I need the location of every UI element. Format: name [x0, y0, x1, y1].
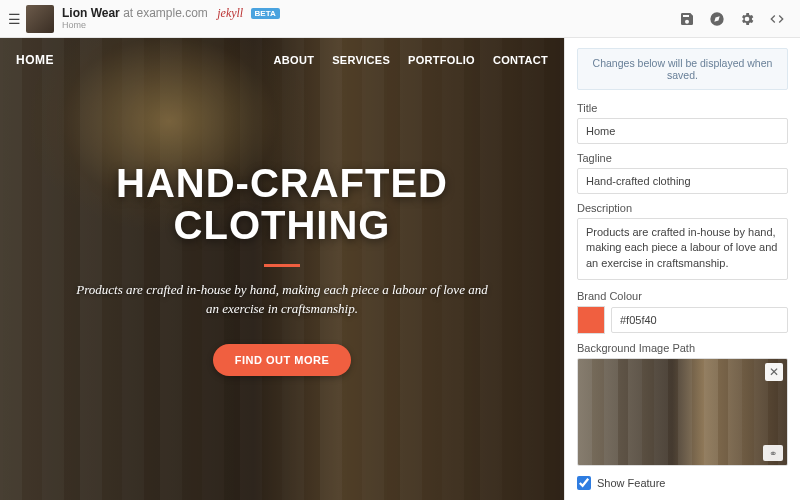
platform-label: jekyll: [217, 6, 243, 20]
compass-icon: [709, 11, 725, 27]
menu-icon[interactable]: ☰: [8, 11, 20, 27]
preview-nav: HOME ABOUT SERVICES PORTFOLIO CONTACT: [0, 38, 564, 82]
title-label: Title: [577, 102, 788, 114]
editor-panel: Changes below will be displayed when sav…: [564, 38, 800, 500]
description-input[interactable]: [577, 218, 788, 280]
description-label: Description: [577, 202, 788, 214]
code-icon: [769, 11, 785, 27]
at-label: at: [123, 6, 133, 20]
hero-divider: [264, 264, 300, 267]
show-feature-checkbox[interactable]: [577, 476, 591, 490]
bg-image-link-button[interactable]: ⚭: [763, 445, 783, 461]
code-toggle-button[interactable]: [762, 4, 792, 34]
save-icon: [679, 11, 695, 27]
explore-button[interactable]: [702, 4, 732, 34]
beta-badge: BETA: [251, 8, 280, 19]
link-icon: ⚭: [769, 448, 777, 459]
site-preview: HOME ABOUT SERVICES PORTFOLIO CONTACT HA…: [0, 38, 564, 500]
show-feature-label: Show Feature: [597, 477, 665, 489]
breadcrumb: Lion Wear at example.com jekyll BETA Hom…: [62, 7, 280, 30]
hero-tagline: Products are crafted in-house by hand, m…: [72, 281, 492, 319]
brand-colour-input[interactable]: [611, 307, 788, 333]
top-bar: ☰ Lion Wear at example.com jekyll BETA H…: [0, 0, 800, 38]
site-thumbnail: [26, 5, 54, 33]
site-domain: example.com: [137, 6, 208, 20]
hero-cta-button[interactable]: FIND OUT MORE: [213, 344, 352, 376]
nav-services[interactable]: SERVICES: [332, 54, 390, 66]
brand-colour-swatch[interactable]: [577, 306, 605, 334]
nav-home[interactable]: HOME: [16, 53, 54, 67]
save-button[interactable]: [672, 4, 702, 34]
nav-about[interactable]: ABOUT: [274, 54, 315, 66]
bg-image-label: Background Image Path: [577, 342, 788, 354]
tagline-input[interactable]: [577, 168, 788, 194]
bg-image-field[interactable]: ✕ ⚭: [577, 358, 788, 466]
breadcrumb-page: Home: [62, 21, 280, 30]
bg-image-preview: [578, 359, 787, 465]
settings-button[interactable]: [732, 4, 762, 34]
nav-portfolio[interactable]: PORTFOLIO: [408, 54, 475, 66]
tagline-label: Tagline: [577, 152, 788, 164]
save-notice: Changes below will be displayed when sav…: [577, 48, 788, 90]
title-input[interactable]: [577, 118, 788, 144]
brand-colour-label: Brand Colour: [577, 290, 788, 302]
gear-icon: [739, 11, 755, 27]
nav-contact[interactable]: CONTACT: [493, 54, 548, 66]
site-name: Lion Wear: [62, 6, 120, 20]
hero: HAND-CRAFTED CLOTHING Products are craft…: [0, 38, 564, 500]
hero-headline: HAND-CRAFTED CLOTHING: [30, 162, 534, 246]
bg-image-clear-button[interactable]: ✕: [765, 363, 783, 381]
